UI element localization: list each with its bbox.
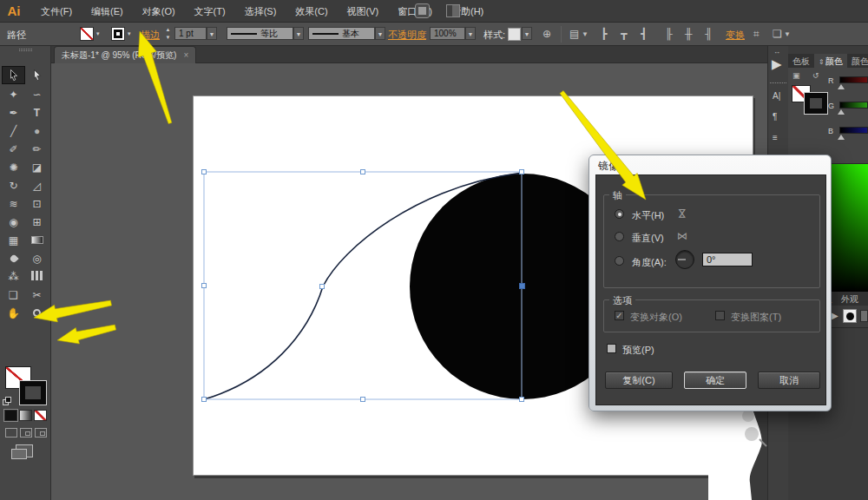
collapse-panels-icon[interactable]: ↔ <box>773 48 780 56</box>
stroke-width-caret-icon[interactable]: ▼ <box>207 27 217 40</box>
free-transform-icon[interactable]: ⌗ <box>753 28 760 40</box>
align-panel-icon[interactable]: ≡ <box>773 133 778 142</box>
stroke-width-stepper[interactable]: ▲▼ <box>164 26 172 42</box>
selection-tool[interactable] <box>2 66 25 84</box>
swap-colors-icon[interactable]: ▣ <box>792 71 800 80</box>
panel-tab-color[interactable]: ⇕颜色 <box>814 54 847 68</box>
blob-brush-tool[interactable]: ✺ <box>2 157 25 175</box>
none-mode-button[interactable] <box>34 410 47 421</box>
more-options-caret-icon[interactable]: ▼ <box>784 30 791 38</box>
preview-label[interactable]: 预览(P) <box>622 344 654 357</box>
width-tool[interactable]: ≋ <box>2 194 25 212</box>
transform-objects-label[interactable]: 变换对象(O) <box>630 311 682 324</box>
panel-tab-color-guide[interactable]: 颜色参考 <box>847 54 868 68</box>
distribute-right-icon[interactable]: ╢ <box>705 28 713 40</box>
profile-caret-icon[interactable]: ▼ <box>293 27 304 40</box>
distribute-left-icon[interactable]: ╟ <box>665 28 673 40</box>
menu-item[interactable]: 对象(O) <box>133 0 185 23</box>
preview-checkbox[interactable] <box>607 344 616 353</box>
channel-slider-marker[interactable] <box>838 109 845 115</box>
magic-wand-tool[interactable]: ✦ <box>2 84 25 102</box>
transform-objects-checkbox[interactable]: ✓ <box>615 311 624 320</box>
distribute-center-icon[interactable]: ╫ <box>685 28 693 40</box>
horizontal-label[interactable]: 水平(H) <box>632 209 664 222</box>
hand-tool[interactable]: ✋ <box>2 303 25 321</box>
menu-item[interactable]: 视图(V) <box>338 0 389 23</box>
cancel-button[interactable]: 取消 <box>758 372 820 389</box>
symbol-sprayer-tool[interactable]: ⁂ <box>2 266 25 285</box>
angle-radio[interactable] <box>615 256 624 266</box>
tab-close-icon[interactable]: × <box>183 50 188 60</box>
width-profile-select[interactable]: 等比 <box>227 27 293 40</box>
brush-caret-icon[interactable]: ▼ <box>375 27 385 40</box>
draw-normal-icon[interactable] <box>5 428 17 438</box>
workspace-switcher-icon[interactable] <box>446 4 460 17</box>
bridge-icon[interactable] <box>415 3 430 18</box>
panel-stroke-proxy[interactable] <box>805 93 827 114</box>
opacity-label[interactable]: 不透明度 <box>388 29 426 42</box>
eraser-tool[interactable]: ◪ <box>25 157 49 175</box>
fill-color-swatch[interactable] <box>80 27 94 41</box>
channel-slider[interactable] <box>839 76 868 83</box>
appearance-thumbnail[interactable] <box>843 309 857 323</box>
gradient-mode-button[interactable] <box>19 410 32 421</box>
menu-item[interactable]: 文件(F) <box>31 0 82 23</box>
zoom-tool[interactable] <box>25 303 49 321</box>
panel-tab-appearance[interactable]: 外观 <box>837 292 863 306</box>
vertical-radio[interactable] <box>615 232 624 241</box>
brush-definition-select[interactable]: 基本 <box>308 27 375 40</box>
select-similar-icon[interactable]: ▤ <box>569 28 579 40</box>
artboard-tool[interactable]: ❑ <box>2 285 25 303</box>
document-setup-globe-icon[interactable]: ⊕ <box>542 28 551 40</box>
document-tab[interactable]: 未标题-1* @ 95% (RGB/预览) × <box>54 46 196 63</box>
channel-slider-marker[interactable] <box>838 84 845 89</box>
stroke-color-swatch[interactable] <box>111 27 125 41</box>
workspace-caret-icon[interactable]: ▾ <box>463 5 466 13</box>
opacity-field[interactable]: 100% <box>430 27 465 40</box>
ellipse-tool[interactable]: ● <box>25 121 49 139</box>
toolbox-grip[interactable] <box>19 49 32 51</box>
select-similar-caret-icon[interactable]: ▼ <box>582 30 589 38</box>
default-fill-stroke-icon[interactable] <box>3 397 12 406</box>
align-left-icon[interactable]: ┣ <box>601 28 607 40</box>
draw-inside-icon[interactable] <box>35 428 47 438</box>
opacity-caret-icon[interactable]: ▼ <box>465 27 476 40</box>
ok-button[interactable]: 确定 <box>684 372 746 389</box>
stroke-caret-icon[interactable]: ▾ <box>128 30 131 37</box>
pen-tool[interactable]: ✒ <box>2 102 25 121</box>
character-panel-icon[interactable]: A| <box>773 91 780 101</box>
paragraph-panel-icon[interactable]: ¶ <box>773 112 777 122</box>
menu-item[interactable]: 文字(T) <box>185 0 235 23</box>
angle-label[interactable]: 角度(A): <box>632 256 667 269</box>
appearance-expand-icon[interactable]: ▶ <box>832 311 838 320</box>
paintbrush-tool[interactable]: ✐ <box>2 139 25 157</box>
free-transform-tool[interactable]: ⊡ <box>25 194 49 212</box>
channel-slider-marker[interactable] <box>838 135 845 140</box>
rotate-tool[interactable]: ↻ <box>2 175 25 194</box>
vertical-label[interactable]: 垂直(V) <box>632 232 664 245</box>
type-tool[interactable]: T <box>25 102 49 121</box>
fill-caret-icon[interactable]: ▾ <box>96 30 100 37</box>
line-segment-tool[interactable]: ╱ <box>2 121 25 139</box>
expand-panel-icon[interactable]: ▶ <box>772 56 782 72</box>
horizontal-radio[interactable] <box>615 209 624 219</box>
align-center-icon[interactable]: ┳ <box>621 28 627 40</box>
angle-dial[interactable] <box>675 250 694 269</box>
pencil-tool[interactable]: ✏ <box>25 139 49 157</box>
draw-behind-icon[interactable] <box>20 428 32 438</box>
eyedropper-tool[interactable] <box>2 248 25 266</box>
scale-tool[interactable]: ◿ <box>25 175 49 194</box>
toolbox-stroke-swatch[interactable] <box>20 381 46 405</box>
blend-tool[interactable]: ◎ <box>25 248 49 266</box>
lasso-tool[interactable]: ∽ <box>25 84 49 102</box>
stroke-label[interactable]: 描边 <box>141 29 160 42</box>
direct-selection-tool[interactable] <box>25 66 49 84</box>
mesh-tool[interactable]: ▦ <box>2 230 25 248</box>
revert-colors-icon[interactable]: ↺ <box>812 71 819 80</box>
copy-button[interactable]: 复制(C) <box>605 372 673 389</box>
screen-mode-icon[interactable] <box>16 444 33 457</box>
angle-input[interactable]: 0° <box>702 253 753 266</box>
channel-slider[interactable] <box>839 102 868 109</box>
shape-builder-tool[interactable]: ◉ <box>2 212 25 230</box>
isolate-icon[interactable]: ❏ <box>773 28 782 40</box>
